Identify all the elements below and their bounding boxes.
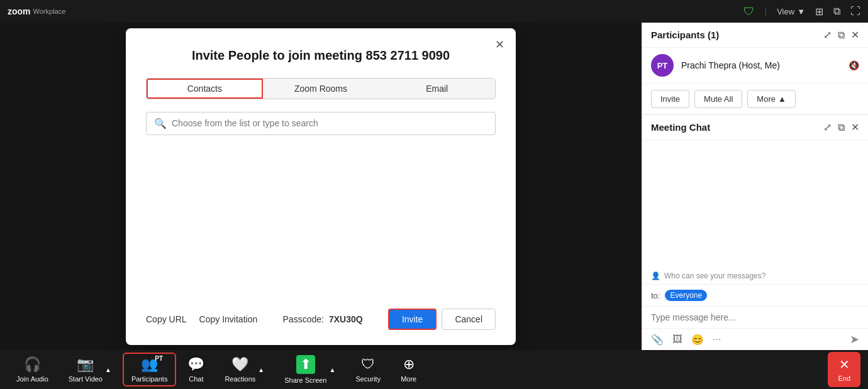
security-shield-icon: 🛡 bbox=[743, 5, 755, 18]
emoji-icon[interactable]: 😊 bbox=[691, 334, 704, 346]
view-button[interactable]: View ▼ bbox=[777, 7, 805, 16]
copy-url-button[interactable]: Copy URL bbox=[146, 314, 187, 324]
reactions-label: Reactions bbox=[225, 375, 255, 383]
passcode-area: Passcode: 7XU30Q bbox=[283, 314, 363, 324]
chat-toolbar: 📎 🖼 😊 ··· ➤ bbox=[642, 328, 868, 350]
mic-icon: 🔇 bbox=[849, 60, 859, 70]
chat-minimize-icon[interactable]: ⤢ bbox=[823, 121, 832, 133]
tab-zoom-rooms[interactable]: Zoom Rooms bbox=[263, 79, 379, 99]
invite-button[interactable]: Invite bbox=[388, 309, 437, 330]
start-video-label: Start Video bbox=[69, 375, 103, 383]
end-button[interactable]: ✕ End bbox=[828, 352, 860, 387]
start-video-button[interactable]: 📷 Start Video ▲ bbox=[60, 353, 120, 386]
chat-popout-icon[interactable]: ⧉ bbox=[838, 122, 845, 133]
participants-invite-button[interactable]: Invite bbox=[651, 90, 689, 108]
reactions-arrow: ▲ bbox=[258, 366, 264, 373]
bottom-toolbar: 🎧 Join Audio 📷 Start Video ▲ 👥 PT Partic… bbox=[0, 350, 868, 389]
passcode-label: Passcode: bbox=[283, 314, 324, 324]
participants-icon-wrapper: 👥 PT bbox=[141, 356, 158, 373]
chat-panel: Meeting Chat ⤢ ⧉ ✕ 👤 Who can see your me… bbox=[642, 115, 868, 350]
invite-modal: ✕ Invite People to join meeting 853 2711… bbox=[126, 28, 516, 345]
share-screen-icon: ⬆ bbox=[296, 355, 315, 374]
tab-email[interactable]: Email bbox=[379, 79, 495, 99]
search-box: 🔍 bbox=[146, 112, 496, 135]
chat-button[interactable]: 💬 Chat bbox=[179, 353, 213, 386]
top-bar-left: zoom Workplace bbox=[8, 6, 65, 16]
join-audio-button[interactable]: 🎧 Join Audio bbox=[8, 353, 57, 386]
chat-person-icon: 👤 bbox=[651, 271, 660, 280]
participants-panel-header: Participants (1) ⤢ ⧉ ✕ bbox=[642, 23, 868, 48]
participants-mute-all-button[interactable]: Mute All bbox=[694, 90, 742, 108]
end-label: End bbox=[838, 375, 850, 382]
main-area: ✕ Invite People to join meeting 853 2711… bbox=[0, 23, 868, 350]
view-label: View bbox=[777, 7, 794, 16]
image-icon[interactable]: 🖼 bbox=[672, 334, 682, 345]
grid-icon[interactable]: ⊞ bbox=[815, 6, 823, 18]
right-panel: Participants (1) ⤢ ⧉ ✕ PT Prachi Thepra … bbox=[642, 23, 868, 350]
search-icon: 🔍 bbox=[154, 118, 167, 129]
chat-close-icon[interactable]: ✕ bbox=[851, 121, 859, 133]
zoom-logo: zoom Workplace bbox=[8, 6, 65, 16]
participants-panel-title: Participants (1) bbox=[651, 30, 719, 40]
participants-more-label: More bbox=[757, 94, 776, 104]
chat-to-line: to: Everyone bbox=[642, 284, 868, 306]
start-video-arrow: ▲ bbox=[105, 366, 111, 373]
reactions-button[interactable]: 🤍 Reactions ▲ bbox=[216, 353, 273, 386]
chat-who-label: Who can see your messages? bbox=[664, 271, 765, 280]
top-bar-right: 🛡 | View ▼ ⊞ ⧉ ⛶ bbox=[743, 5, 860, 18]
more-options-icon[interactable]: ··· bbox=[713, 334, 721, 345]
participants-panel: Participants (1) ⤢ ⧉ ✕ PT Prachi Thepra … bbox=[642, 23, 868, 115]
send-icon[interactable]: ➤ bbox=[850, 332, 859, 346]
end-icon: ✕ bbox=[839, 357, 850, 372]
video-area: ✕ Invite People to join meeting 853 2711… bbox=[0, 23, 642, 350]
chat-toolbar-icon: 💬 bbox=[187, 356, 204, 373]
more-label: More bbox=[401, 375, 416, 383]
participants-minimize-icon[interactable]: ⤢ bbox=[823, 29, 832, 41]
chat-body bbox=[642, 140, 868, 268]
fullscreen-icon[interactable]: ⛶ bbox=[850, 6, 860, 17]
more-icon: ⊕ bbox=[403, 356, 415, 373]
chat-input[interactable] bbox=[651, 312, 859, 322]
chat-to-badge[interactable]: Everyone bbox=[665, 290, 707, 301]
participants-toolbar-label: Participants bbox=[131, 375, 167, 383]
share-screen-button[interactable]: ⬆ Share Screen ▲ bbox=[275, 351, 344, 388]
modal-footer-left: Copy URL Copy Invitation bbox=[146, 314, 257, 324]
chat-tool-icons: 📎 🖼 😊 ··· bbox=[651, 334, 721, 346]
start-video-icon: 📷 bbox=[77, 356, 94, 373]
tab-contacts[interactable]: Contacts bbox=[147, 79, 263, 99]
participants-button[interactable]: 👥 PT Participants bbox=[123, 353, 176, 386]
security-button[interactable]: 🛡 Security bbox=[347, 353, 389, 386]
copy-invitation-button[interactable]: Copy Invitation bbox=[199, 314, 258, 324]
chat-input-area bbox=[642, 306, 868, 328]
participants-popout-icon[interactable]: ⧉ bbox=[838, 30, 845, 41]
participants-count-badge: PT bbox=[155, 355, 163, 362]
participants-actions: Invite Mute All More ▲ bbox=[642, 83, 868, 114]
cancel-button[interactable]: Cancel bbox=[442, 309, 496, 330]
participants-more-arrow: ▲ bbox=[778, 94, 786, 104]
more-button[interactable]: ⊕ More bbox=[392, 353, 425, 386]
chat-panel-icons: ⤢ ⧉ ✕ bbox=[823, 121, 859, 133]
share-screen-label: Share Screen bbox=[284, 376, 326, 384]
app-name: zoom bbox=[8, 6, 31, 16]
avatar: PT bbox=[651, 54, 674, 77]
participant-item: PT Prachi Thepra (Host, Me) 🔇 bbox=[642, 48, 868, 83]
participants-more-button[interactable]: More ▲ bbox=[747, 90, 796, 108]
passcode-value: 7XU30Q bbox=[329, 314, 363, 324]
attachment-icon[interactable]: 📎 bbox=[651, 334, 664, 346]
divider: | bbox=[765, 7, 767, 16]
join-audio-icon: 🎧 bbox=[24, 356, 41, 373]
pip-icon[interactable]: ⧉ bbox=[833, 6, 840, 17]
modal-content-area bbox=[146, 148, 496, 299]
security-toolbar-icon: 🛡 bbox=[361, 356, 375, 373]
participant-name: Prachi Thepra (Host, Me) bbox=[681, 60, 841, 70]
chat-to-label: to: bbox=[651, 291, 660, 300]
chat-header: Meeting Chat ⤢ ⧉ ✕ bbox=[642, 115, 868, 140]
modal-tabs: Contacts Zoom Rooms Email bbox=[146, 78, 496, 99]
participants-close-icon[interactable]: ✕ bbox=[851, 29, 859, 41]
modal-footer-right: Invite Cancel bbox=[388, 309, 496, 330]
modal-close-button[interactable]: ✕ bbox=[491, 36, 508, 53]
chat-who-text: 👤 Who can see your messages? bbox=[642, 268, 868, 284]
view-chevron: ▼ bbox=[797, 7, 805, 16]
search-input[interactable] bbox=[172, 118, 487, 128]
chat-toolbar-label: Chat bbox=[189, 375, 203, 383]
